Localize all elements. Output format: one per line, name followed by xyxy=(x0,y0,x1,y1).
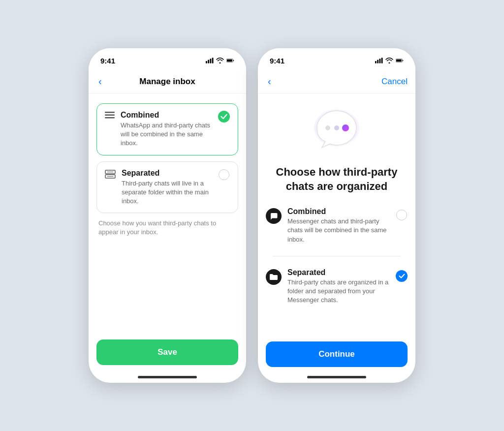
combined-option-desc: WhatsApp and third-party chats will be c… xyxy=(121,121,212,148)
status-bar-2: 9:41 xyxy=(258,48,415,70)
battery-icon-2 xyxy=(396,58,404,63)
svg-rect-1 xyxy=(208,60,209,63)
combined-option-title: Combined xyxy=(121,111,212,120)
p2-separated-radio xyxy=(396,270,408,282)
svg-rect-14 xyxy=(377,60,378,63)
separated-icon xyxy=(105,170,116,181)
combined-option-text: Combined WhatsApp and third-party chats … xyxy=(121,111,212,148)
svg-rect-7 xyxy=(105,115,115,116)
home-bar-1 xyxy=(138,376,197,378)
p2-combined-icon xyxy=(266,208,282,224)
svg-rect-16 xyxy=(381,58,383,63)
separated-option-title: Separated xyxy=(122,169,212,178)
wifi-icon-2 xyxy=(385,58,393,63)
p2-combined-option[interactable]: Combined Messenger chats and third-party… xyxy=(266,205,408,246)
separated-option-text: Separated Third-party chats will live in… xyxy=(122,169,212,206)
save-button[interactable]: Save xyxy=(96,339,238,365)
back-button-1[interactable]: ‹ xyxy=(96,76,104,87)
home-bar-2 xyxy=(307,376,366,378)
p2-separated-title: Separated xyxy=(287,268,390,277)
p2-separated-radio-selected xyxy=(396,270,408,282)
signal-icon xyxy=(206,58,214,63)
svg-rect-5 xyxy=(227,60,232,62)
home-indicator-1 xyxy=(89,373,246,383)
nav-bar-2: ‹ Cancel xyxy=(258,70,415,93)
p2-combined-body: Combined Messenger chats and third-party… xyxy=(287,207,390,244)
status-bar-1: 9:41 xyxy=(89,48,246,70)
svg-rect-8 xyxy=(105,117,115,119)
combined-radio xyxy=(218,111,230,123)
home-indicator-2 xyxy=(258,373,415,383)
status-icons-1 xyxy=(206,58,234,63)
p2-combined-desc: Messenger chats and third-party chats wi… xyxy=(287,217,390,244)
phone2-content: Choose how third-party chats are organiz… xyxy=(258,93,415,336)
nav-title-1: Manage inbox xyxy=(139,77,195,87)
svg-rect-0 xyxy=(206,61,207,63)
nav-bar-1: ‹ Manage inbox xyxy=(89,70,246,93)
chat-bubble-illustration xyxy=(310,106,364,155)
svg-rect-13 xyxy=(375,61,377,63)
p2-separated-icon xyxy=(266,269,282,285)
p2-combined-radio-empty xyxy=(396,210,407,220)
options-divider xyxy=(273,256,400,256)
phone-2: 9:41 xyxy=(258,48,415,383)
svg-point-21 xyxy=(325,125,330,130)
combined-radio-selected xyxy=(218,111,230,123)
screenshots-container: 9:41 xyxy=(89,48,415,383)
separated-radio xyxy=(218,169,230,181)
p2-separated-option[interactable]: Separated Third-party chats are organize… xyxy=(266,266,408,307)
separated-option-card[interactable]: Separated Third-party chats will live in… xyxy=(96,161,238,214)
phone-1: 9:41 xyxy=(89,48,246,383)
svg-point-22 xyxy=(334,125,339,130)
p2-combined-radio xyxy=(396,209,408,221)
phone1-content: Combined WhatsApp and third-party chats … xyxy=(89,93,246,332)
phone2-title: Choose how third-party chats are organiz… xyxy=(266,165,408,193)
combined-icon xyxy=(105,112,115,122)
signal-icon-2 xyxy=(375,58,383,63)
status-icons-2 xyxy=(375,58,404,63)
battery-icon xyxy=(226,58,234,63)
svg-point-23 xyxy=(342,124,349,131)
phone2-options: Combined Messenger chats and third-party… xyxy=(266,205,408,307)
svg-rect-6 xyxy=(105,112,115,113)
p2-separated-desc: Third-party chats are organized in a fol… xyxy=(287,278,390,305)
svg-rect-15 xyxy=(379,59,380,63)
phone-screen-2: Choose how third-party chats are organiz… xyxy=(258,93,415,383)
continue-button[interactable]: Continue xyxy=(266,341,408,367)
separated-radio-empty xyxy=(219,169,229,180)
p2-separated-body: Separated Third-party chats are organize… xyxy=(287,268,390,305)
svg-rect-18 xyxy=(396,60,402,62)
svg-rect-2 xyxy=(210,59,211,63)
combined-option-card[interactable]: Combined WhatsApp and third-party chats … xyxy=(96,103,238,155)
p2-combined-title: Combined xyxy=(287,207,390,216)
svg-rect-3 xyxy=(212,58,214,63)
phone-screen-1: Combined WhatsApp and third-party chats … xyxy=(89,93,246,383)
time-2: 9:41 xyxy=(270,57,284,65)
helper-text: Choose how you want third-party chats to… xyxy=(96,219,238,237)
separated-option-desc: Third-party chats will live in a separat… xyxy=(122,179,212,206)
time-1: 9:41 xyxy=(100,57,115,65)
cancel-button[interactable]: Cancel xyxy=(381,77,408,87)
back-button-2[interactable]: ‹ xyxy=(266,76,273,87)
wifi-icon xyxy=(216,58,224,63)
